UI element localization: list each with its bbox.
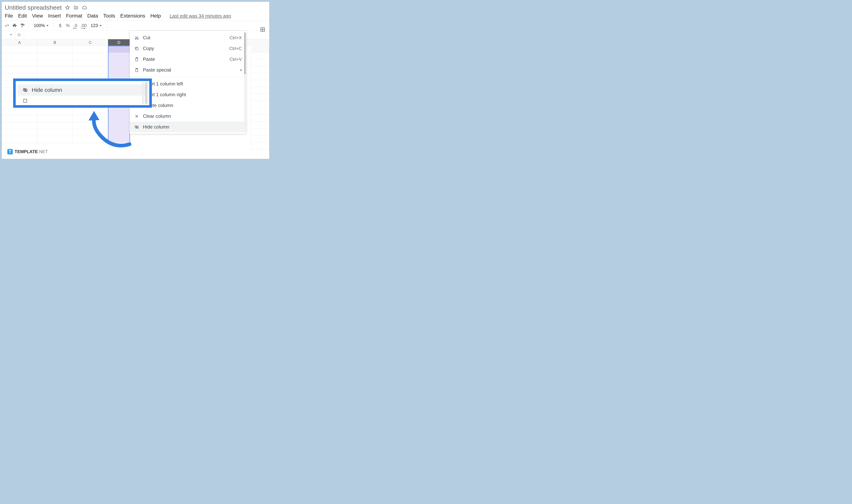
cell[interactable]	[251, 59, 269, 66]
menu-data[interactable]: Data	[87, 13, 98, 19]
caret-down-icon	[99, 25, 102, 26]
menu-file[interactable]: File	[5, 13, 13, 19]
cell[interactable]	[73, 129, 108, 136]
cell[interactable]	[37, 129, 73, 136]
menu-view[interactable]: View	[32, 13, 43, 19]
cell-selected[interactable]	[108, 53, 130, 60]
cm-paste-special[interactable]: Paste special	[130, 65, 246, 75]
cm-clear-column[interactable]: Clear column	[130, 111, 246, 122]
cell[interactable]	[2, 136, 37, 143]
currency-button[interactable]: $	[57, 23, 62, 28]
cell[interactable]	[251, 94, 269, 101]
menu-help[interactable]: Help	[150, 13, 161, 19]
last-edit-link[interactable]: Last edit was 34 minutes ago	[169, 13, 231, 19]
name-box[interactable]	[2, 31, 15, 39]
cell[interactable]	[251, 66, 269, 73]
cell[interactable]	[251, 73, 269, 80]
cell[interactable]	[251, 115, 269, 122]
menu-format[interactable]: Format	[66, 13, 82, 19]
cell[interactable]	[251, 128, 269, 136]
col-header-a[interactable]: A	[2, 39, 37, 46]
cell[interactable]	[2, 122, 37, 129]
cell[interactable]	[2, 108, 37, 115]
callout-hide-column[interactable]: Hide column	[18, 84, 147, 96]
scrollbar-thumb[interactable]	[244, 32, 246, 74]
cell-selected[interactable]	[108, 129, 130, 136]
cell-selected[interactable]	[108, 108, 130, 115]
cloud-status-icon[interactable]	[82, 5, 87, 10]
scrollbar-thumb[interactable]	[145, 82, 147, 104]
cell[interactable]	[251, 80, 269, 87]
cell[interactable]	[2, 67, 37, 74]
cell[interactable]	[2, 129, 37, 136]
document-header: Untitled spreadsheet	[2, 2, 269, 12]
increase-decimal-button[interactable]: .00	[80, 23, 87, 28]
cell[interactable]	[37, 53, 73, 60]
cell[interactable]	[73, 53, 108, 60]
cell[interactable]	[37, 115, 73, 122]
print-icon[interactable]	[12, 23, 17, 28]
cell-selected[interactable]	[108, 136, 130, 143]
callout-clear-column[interactable]: Clear column	[18, 78, 147, 84]
percent-button[interactable]: %	[65, 23, 70, 28]
cut-icon	[134, 35, 139, 40]
redo-icon[interactable]	[4, 23, 10, 28]
scrollbar[interactable]	[244, 32, 246, 132]
cell[interactable]	[37, 67, 73, 74]
cell[interactable]	[73, 46, 108, 53]
col-header-b[interactable]: B	[37, 39, 73, 46]
zoom-dropdown[interactable]: 100%	[32, 23, 50, 28]
cell[interactable]	[37, 60, 73, 67]
borders-icon[interactable]	[260, 27, 266, 33]
cell-selected[interactable]	[108, 60, 130, 67]
cell[interactable]	[37, 136, 73, 143]
callout-clear-label: Clear column	[32, 78, 64, 82]
menu-edit[interactable]: Edit	[18, 13, 27, 19]
separator	[107, 23, 107, 28]
cell[interactable]	[2, 46, 37, 53]
cell-selected[interactable]	[108, 67, 130, 74]
move-folder-icon[interactable]	[73, 5, 78, 10]
cm-cut[interactable]: Cut Ctrl+X	[130, 32, 246, 43]
cell[interactable]	[73, 115, 108, 122]
cell[interactable]	[73, 67, 108, 74]
cell[interactable]	[2, 60, 37, 67]
cell-selected[interactable]	[108, 115, 130, 122]
cell[interactable]	[2, 53, 37, 60]
cell[interactable]	[251, 108, 269, 115]
col-header-blank[interactable]	[251, 46, 269, 52]
menu-insert[interactable]: Insert	[48, 13, 61, 19]
cm-copy[interactable]: Copy Ctrl+C	[130, 43, 246, 54]
cell[interactable]	[2, 115, 37, 122]
menu-tools[interactable]: Tools	[103, 13, 115, 19]
cell[interactable]	[251, 52, 269, 59]
cell[interactable]	[73, 60, 108, 67]
callout-next-item[interactable]	[18, 96, 147, 106]
cell[interactable]	[251, 101, 269, 108]
cell[interactable]	[37, 46, 73, 53]
cell[interactable]	[73, 136, 108, 143]
paint-format-icon[interactable]	[20, 23, 25, 28]
cell[interactable]	[251, 136, 269, 142]
document-title[interactable]: Untitled spreadsheet	[5, 4, 62, 11]
cell[interactable]	[37, 108, 73, 115]
cell-selected[interactable]	[108, 122, 130, 129]
col-header-c[interactable]: C	[73, 39, 108, 46]
star-icon[interactable]	[65, 5, 70, 10]
number-format-dropdown[interactable]: 123	[89, 23, 103, 28]
cell[interactable]	[251, 87, 269, 94]
cm-hide-column-label: Hide column	[143, 124, 242, 130]
cell[interactable]	[73, 122, 108, 129]
cell-selected[interactable]	[108, 46, 130, 53]
cm-hide-column[interactable]: Hide column	[130, 122, 246, 132]
cell[interactable]	[251, 122, 269, 128]
menu-extensions[interactable]: Extensions	[120, 13, 145, 19]
cell[interactable]	[251, 142, 269, 149]
cm-paste[interactable]: Paste Ctrl+V	[130, 54, 246, 65]
cell[interactable]	[73, 108, 108, 115]
col-header-d[interactable]: D	[108, 39, 130, 46]
decrease-decimal-button[interactable]: .0	[73, 23, 78, 28]
scrollbar-track[interactable]	[142, 82, 144, 104]
close-icon	[23, 78, 28, 81]
cell[interactable]	[37, 122, 73, 129]
